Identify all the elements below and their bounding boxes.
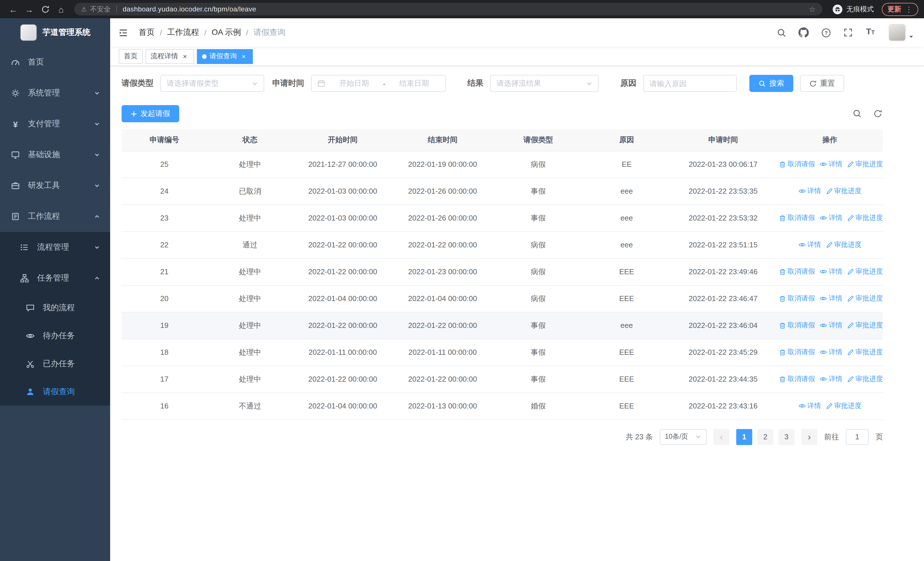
approval-progress-link[interactable]: 审批进度 xyxy=(847,294,883,303)
detail-link[interactable]: 详情 xyxy=(819,266,842,276)
cancel-leave-link[interactable]: 取消请假 xyxy=(779,213,815,223)
update-label[interactable]: 更新 xyxy=(888,4,901,14)
sidebar-item-task-mgmt[interactable]: 任务管理 xyxy=(0,263,110,294)
apply-time-range-picker[interactable]: 开始日期 - 结束日期 xyxy=(311,75,446,92)
result-select[interactable]: 请选择流结果 xyxy=(490,75,599,92)
detail-link[interactable]: 详情 xyxy=(798,186,821,196)
sidebar-item-workflow[interactable]: 工作流程 xyxy=(0,201,110,232)
sidebar-item-done-tasks[interactable]: 已办任务 xyxy=(0,350,110,378)
cell-id: 17 xyxy=(122,365,207,393)
breadcrumb-item[interactable]: OA 示例 xyxy=(212,27,241,38)
cancel-leave-link[interactable]: 取消请假 xyxy=(779,159,815,169)
cell-id: 19 xyxy=(122,312,207,339)
fullscreen-icon[interactable] xyxy=(842,26,854,39)
approval-progress-link[interactable]: 审批进度 xyxy=(825,186,861,196)
close-icon[interactable]: × xyxy=(181,52,189,60)
page-size-select[interactable]: 10条/页 xyxy=(660,429,706,445)
cell-actions: 取消请假详情审批进度 xyxy=(777,151,883,177)
sidebar-item-infrastructure[interactable]: 基础设施 xyxy=(0,139,110,170)
security-label[interactable]: 不安全 xyxy=(90,4,111,14)
tab-process-detail[interactable]: 流程详情 × xyxy=(146,49,194,64)
sidebar-item-home[interactable]: 首页 xyxy=(0,47,110,78)
home-icon[interactable]: ⌂ xyxy=(54,2,69,17)
tab-leave-query[interactable]: 请假查询 × xyxy=(197,49,253,64)
breadcrumb-item[interactable]: 工作流程 xyxy=(167,27,199,38)
approval-progress-link[interactable]: 审批进度 xyxy=(825,240,861,250)
github-icon[interactable] xyxy=(797,26,810,39)
browser-menu-icon[interactable]: ⋮ xyxy=(905,5,913,14)
address-bar[interactable]: ⚠ 不安全 dashboard.yudao.iocoder.cn/bpm/oa/… xyxy=(74,3,822,15)
reason-input[interactable] xyxy=(650,79,730,88)
cancel-leave-link[interactable]: 取消请假 xyxy=(779,320,815,330)
search-button[interactable]: 搜索 xyxy=(749,75,793,92)
sidebar-item-my-process[interactable]: 我的流程 xyxy=(0,294,110,322)
tab-home[interactable]: 首页 xyxy=(119,49,142,64)
select-placeholder: 请选择流结果 xyxy=(496,78,541,89)
detail-link[interactable]: 详情 xyxy=(819,213,842,223)
approval-progress-link[interactable]: 审批进度 xyxy=(847,374,883,384)
bookmark-star-icon[interactable]: ☆ xyxy=(809,5,816,14)
approval-progress-link[interactable]: 审批进度 xyxy=(847,320,883,330)
sidebar-item-dev-tools[interactable]: 研发工具 xyxy=(0,170,110,201)
sidebar-item-leave-query[interactable]: 请假查询 xyxy=(0,378,110,406)
approval-progress-link[interactable]: 审批进度 xyxy=(847,347,883,357)
detail-link[interactable]: 详情 xyxy=(798,401,821,411)
search-icon[interactable] xyxy=(775,26,788,39)
sidebar-item-process-mgmt[interactable]: 流程管理 xyxy=(0,232,110,263)
back-icon[interactable]: ← xyxy=(6,2,21,17)
detail-link[interactable]: 详情 xyxy=(819,320,842,330)
page-button-2[interactable]: 2 xyxy=(758,429,773,445)
cancel-leave-link[interactable]: 取消请假 xyxy=(779,267,815,277)
sidebar-item-todo-tasks[interactable]: 待办任务 xyxy=(0,322,110,350)
create-leave-button[interactable]: 发起请假 xyxy=(122,105,179,122)
next-page-button[interactable]: › xyxy=(801,429,817,445)
toggle-search-icon[interactable] xyxy=(852,108,862,119)
close-icon[interactable]: × xyxy=(240,52,248,60)
column-header: 操作 xyxy=(777,129,883,151)
update-button[interactable]: 更新 ⋮ xyxy=(882,3,918,16)
hamburger-icon[interactable] xyxy=(118,28,128,38)
workflow-submenu: 流程管理 任务管理 我的流程 xyxy=(0,232,110,406)
approval-progress-link[interactable]: 审批进度 xyxy=(847,267,883,277)
reload-icon[interactable] xyxy=(38,2,52,17)
tab-label: 请假查询 xyxy=(210,51,237,61)
approval-progress-link[interactable]: 审批进度 xyxy=(847,159,883,169)
cancel-leave-link[interactable]: 取消请假 xyxy=(779,374,815,384)
range-separator: - xyxy=(383,79,386,88)
detail-link[interactable]: 详情 xyxy=(819,293,842,303)
tab-label: 流程详情 xyxy=(151,51,178,61)
detail-link[interactable]: 详情 xyxy=(819,347,842,357)
cell-apply_time: 2022-01-22 23:46:47 xyxy=(669,285,777,312)
leave-type-select[interactable]: 请选择请假类型 xyxy=(160,75,264,92)
avatar[interactable] xyxy=(889,24,906,41)
url-text[interactable]: dashboard.yudao.iocoder.cn/bpm/oa/leave xyxy=(123,5,806,13)
font-size-icon[interactable]: TT xyxy=(864,26,877,39)
page-button-3[interactable]: 3 xyxy=(778,429,795,445)
detail-link[interactable]: 详情 xyxy=(819,159,842,169)
sidebar-item-system-mgmt[interactable]: 系统管理 xyxy=(0,78,110,108)
page-button-1[interactable]: 1 xyxy=(736,429,752,445)
chevron-down-icon xyxy=(94,90,100,96)
approval-progress-link[interactable]: 审批进度 xyxy=(825,401,861,411)
app-title: 芋道管理系统 xyxy=(42,27,90,38)
cell-status: 处理中 xyxy=(207,258,293,285)
user-menu[interactable] xyxy=(889,24,914,41)
cancel-leave-link[interactable]: 取消请假 xyxy=(779,294,815,303)
detail-link[interactable]: 详情 xyxy=(798,240,821,250)
user-icon xyxy=(25,387,35,396)
prev-page-button[interactable]: ‹ xyxy=(713,429,729,445)
forward-icon[interactable]: → xyxy=(22,2,36,17)
breadcrumb-item[interactable]: 首页 xyxy=(139,27,154,38)
reset-button[interactable]: 重置 xyxy=(800,75,844,92)
approval-progress-link[interactable]: 审批进度 xyxy=(847,213,883,223)
cell-reason: EE xyxy=(584,151,669,177)
goto-page-input[interactable] xyxy=(846,429,868,444)
question-icon[interactable]: ? xyxy=(819,26,832,39)
incognito-indicator: 无痕模式 xyxy=(832,4,874,14)
sidebar-item-payment-mgmt[interactable]: ¥ 支付管理 xyxy=(0,108,110,139)
reason-label: 原因 xyxy=(620,78,636,89)
cancel-leave-link[interactable]: 取消请假 xyxy=(779,347,815,357)
refresh-table-icon[interactable] xyxy=(873,108,883,119)
detail-link[interactable]: 详情 xyxy=(819,374,842,384)
app-logo[interactable]: 芋道管理系统 xyxy=(0,18,110,47)
